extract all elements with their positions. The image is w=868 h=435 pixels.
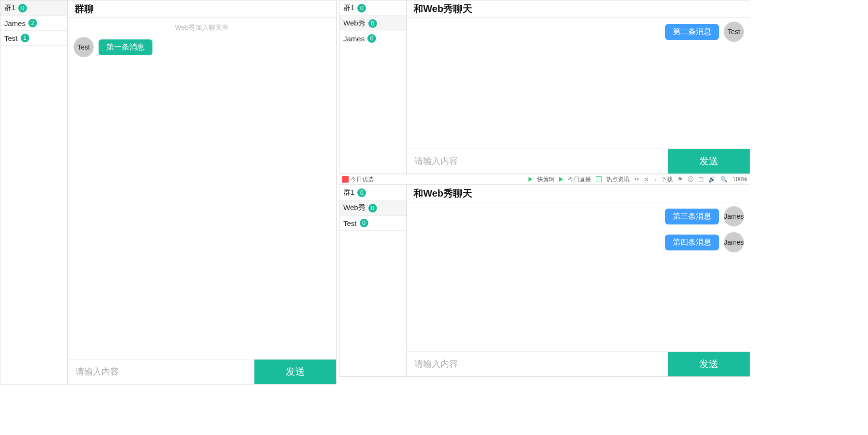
sidebar-item-label: Web秀 (343, 19, 365, 28)
zoom-icon[interactable]: 🔍 (720, 176, 728, 183)
sidebar-item-group1[interactable]: 群1 0 (0, 0, 67, 16)
send-button[interactable]: 发送 (668, 149, 750, 174)
message-row: 第四条消息 James (413, 232, 744, 252)
chat-body: Web秀加入聊天室 Test 第一条消息 (68, 18, 336, 359)
badge: 0 (368, 19, 377, 28)
sidebar-item-label: James (4, 19, 25, 27)
chat-body: 第二条消息 Test (407, 18, 750, 149)
input-row: 发送 (68, 359, 336, 384)
chat-panel: 和Web秀聊天 第二条消息 Test 发送 (407, 0, 750, 174)
sidebar-item-group1[interactable]: 群1 0 (340, 0, 406, 16)
badge: 0 (360, 219, 368, 227)
chat-title: 群聊 (68, 0, 336, 18)
message-bubble: 第四条消息 (665, 235, 719, 250)
ie-icon[interactable]: ⓔ (688, 175, 693, 184)
sidebar-item-label: 群1 (343, 188, 354, 197)
message-bubble: 第三条消息 (665, 209, 719, 224)
chat-panel: 和Web秀聊天 第三条消息 James 第四条消息 James 发送 (407, 185, 750, 376)
badge: 2 (28, 19, 37, 27)
browser-status-bar: 今日优选 快剪辑 今日直播 热点资讯 ✂ ⤭ ↓ 下载 ⚑ ⓔ ◫ 🔊 🔍 10… (339, 174, 750, 185)
download-arrow-icon[interactable]: ↓ (654, 176, 656, 183)
badge: 0 (357, 188, 366, 197)
badge: 0 (368, 204, 377, 212)
system-message: Web秀加入聊天室 (74, 24, 330, 32)
sidebar-item-label: Test (4, 34, 18, 42)
chat-panel: 群聊 Web秀加入聊天室 Test 第一条消息 发送 (68, 0, 336, 384)
sidebar: 群1 0 James 2 Test 1 (0, 0, 68, 384)
message-row: 第二条消息 Test (413, 22, 744, 42)
message-input[interactable] (68, 360, 254, 384)
sidebar-item-test[interactable]: Test 1 (0, 31, 67, 46)
chat-title: 和Web秀聊天 (407, 0, 750, 18)
shuffle-icon[interactable]: ⤭ (644, 176, 649, 183)
avatar: James (724, 232, 744, 252)
sound-icon[interactable]: 🔊 (708, 176, 716, 183)
message-input[interactable] (407, 149, 668, 174)
avatar: James (724, 206, 744, 226)
badge: 0 (18, 4, 27, 12)
zoom-level[interactable]: 100% (732, 176, 747, 183)
sidebar: 群1 0 Web秀 0 Test 0 (340, 185, 407, 376)
sidebar-item-webxiu[interactable]: Web秀 0 (340, 200, 406, 216)
message-input[interactable] (407, 352, 668, 376)
status-item[interactable]: 快剪辑 (537, 175, 554, 184)
status-download[interactable]: 下载 (661, 175, 673, 184)
input-row: 发送 (407, 351, 750, 376)
chat-title: 和Web秀聊天 (407, 185, 750, 202)
sidebar-item-label: Web秀 (343, 203, 365, 212)
badge: 0 (357, 4, 366, 12)
scissors-icon[interactable]: ✂ (634, 176, 639, 183)
flag-icon[interactable]: ⚑ (678, 176, 683, 183)
message-bubble: 第二条消息 (665, 24, 719, 40)
avatar: Test (724, 22, 744, 42)
badge: 0 (367, 34, 376, 43)
sidebar-item-label: Test (343, 219, 357, 227)
sidebar-item-james[interactable]: James 0 (340, 31, 406, 46)
status-left[interactable]: 今日优选 (351, 175, 374, 184)
message-row: Test 第一条消息 (74, 37, 330, 57)
sidebar-item-label: 群1 (4, 3, 15, 12)
play-icon (528, 177, 532, 182)
sidebar-item-webxiu[interactable]: Web秀 0 (340, 16, 406, 31)
input-row: 发送 (407, 149, 750, 174)
play-icon (559, 177, 563, 182)
sidebar-item-label: 群1 (343, 3, 354, 12)
status-item[interactable]: 今日直播 (568, 175, 591, 184)
sidebar-item-james[interactable]: James 2 (0, 16, 67, 31)
badge: 1 (21, 34, 29, 42)
sidebar-item-label: James (343, 35, 365, 43)
message-row: 第三条消息 James (413, 206, 744, 226)
gift-icon (342, 176, 349, 183)
message-bubble: 第一条消息 (99, 39, 152, 55)
chat-body: 第三条消息 James 第四条消息 James (407, 202, 750, 351)
avatar: Test (74, 37, 94, 57)
doc-icon (596, 176, 602, 182)
sidebar-item-test[interactable]: Test 0 (340, 216, 406, 231)
sidebar-item-group1[interactable]: 群1 0 (340, 185, 406, 200)
status-item[interactable]: 热点资讯 (606, 175, 629, 184)
window-icon[interactable]: ◫ (698, 176, 704, 183)
send-button[interactable]: 发送 (668, 352, 750, 376)
sidebar: 群1 0 Web秀 0 James 0 (340, 0, 407, 174)
send-button[interactable]: 发送 (254, 360, 336, 384)
